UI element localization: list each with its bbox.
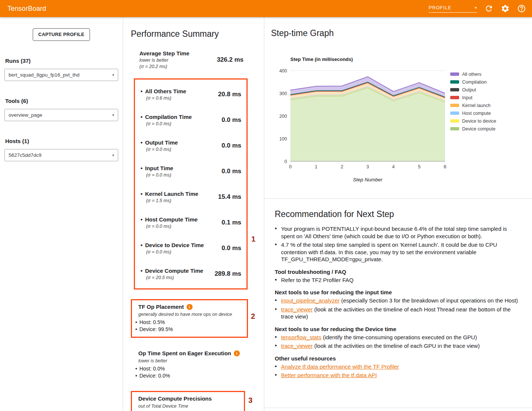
link-analyze-tfdata-performance[interactable]: Analyze tf.data performance with the TF … — [281, 363, 399, 370]
chart-legend: All others Compilation Output Input Kern… — [450, 70, 496, 133]
info-icon[interactable]: i — [187, 304, 193, 310]
input-tools-heading: Next tools to use for reducing the input… — [275, 289, 522, 295]
bullet: • — [275, 363, 281, 370]
svg-text:1: 1 — [315, 164, 317, 169]
bullet: • — [275, 225, 281, 240]
tools-select-value: overview_page — [9, 112, 42, 118]
hosts-select[interactable]: 5627c5dd7dc9 ▾ — [4, 149, 118, 161]
metric-label: All Others Time — [145, 88, 186, 94]
annotation-box-step-breakdown: •All Others Time (σ = 0.6 ms) 20.8 ms •C… — [134, 78, 248, 289]
metric-value: 20.8 ms — [218, 91, 241, 98]
annotation-number-3: 3 — [248, 396, 252, 405]
reload-icon[interactable] — [484, 4, 493, 13]
performance-summary-title: Performance Summary — [131, 29, 264, 39]
metric-sigma: (σ = 0.0 ms) — [146, 249, 204, 255]
legend-swatch — [450, 80, 459, 84]
metric-label: Device to Device Time — [145, 242, 204, 248]
performance-summary-panel: Performance Summary Average Step Time lo… — [123, 17, 264, 411]
capture-profile-button[interactable]: CAPTURE PROFILE — [33, 28, 90, 41]
legend-swatch — [450, 96, 459, 99]
bullet: • — [135, 372, 137, 379]
hosts-field: Hosts (1) 5627c5dd7dc9 ▾ — [4, 138, 118, 161]
bullet: • — [275, 241, 281, 263]
chevron-down-icon: ▾ — [112, 73, 114, 77]
section-note: out of Total Device Time — [138, 403, 240, 409]
metric-row: •Compilation Time (σ = 0.0 ms) 0.0 ms — [135, 107, 246, 133]
metric-label: Input Time — [145, 165, 173, 171]
bullet: • — [141, 242, 142, 248]
metric-value: 326.2 ms — [217, 56, 244, 64]
tools-label: Tools (6) — [5, 98, 118, 104]
x-axis-label: Step Number — [290, 177, 445, 182]
dashboard-selector[interactable]: PROFILE ▾ — [429, 5, 477, 13]
link-input-pipeline-analyzer[interactable]: input_pipeline_analyzer — [281, 297, 340, 304]
info-icon[interactable]: i — [234, 350, 240, 356]
right-panel: Step-time Graph Step Time (in millisecon… — [264, 17, 532, 411]
metric-row: •Device to Device Time (σ = 0.0 ms) 0.0 … — [135, 235, 246, 261]
tools-field: Tools (6) overview_page ▾ — [4, 98, 118, 121]
metric-label: Device Compute Time — [145, 268, 203, 274]
help-icon[interactable] — [517, 4, 526, 13]
step-time-chart[interactable]: 01002003004000123456 — [274, 65, 449, 171]
metric-sigma: (σ = 0.0 ms) — [146, 172, 173, 178]
bullet: • — [141, 88, 142, 94]
metric-row: •Kernel Launch Time (σ = 1.5 ms) 15.4 ms — [135, 184, 246, 210]
annotation-box-precisions: Device Compute Precisions out of Total D… — [131, 391, 245, 411]
bullet: • — [275, 334, 281, 341]
faq-heading: Tool troubleshooting / FAQ — [275, 269, 522, 275]
metric-value: 289.8 ms — [215, 270, 241, 278]
step-time-graph-card: Step-time Graph Step Time (in millisecon… — [264, 17, 532, 199]
metric-value: 0.0 ms — [222, 142, 241, 149]
svg-text:2: 2 — [341, 164, 343, 169]
list-item: •trace_viewer (look at the activities on… — [275, 306, 522, 320]
bullet: • — [141, 165, 142, 171]
list-item: •Analyze tf.data performance with the TF… — [275, 363, 522, 370]
svg-text:0: 0 — [284, 159, 287, 164]
metric-value: 0.0 ms — [222, 168, 241, 175]
legend-item: Output — [450, 86, 496, 94]
section-note: generally desired to have more ops on de… — [138, 311, 243, 317]
metric-value: 0.0 ms — [222, 245, 241, 252]
metric-label: Kernel Launch Time — [145, 191, 198, 197]
card-divider — [264, 408, 532, 408]
metric-sigma: (σ = 1.5 ms) — [146, 198, 198, 203]
svg-text:3: 3 — [367, 164, 369, 169]
dashboard-selector-value: PROFILE — [429, 5, 451, 10]
svg-text:6: 6 — [444, 164, 446, 169]
link-better-performance-tfdata-api[interactable]: Better performance with the tf.data API — [281, 372, 377, 378]
runs-select[interactable]: bert_squad_8gpu_fp16_pvt_thd ▾ — [4, 69, 118, 81]
chevron-down-icon: ▾ — [475, 6, 477, 10]
link-trace-viewer[interactable]: trace_viewer — [281, 306, 313, 313]
topbar-actions: PROFILE ▾ — [429, 4, 526, 13]
settings-gear-icon[interactable] — [501, 4, 510, 13]
metric-label: Host Compute Time — [145, 216, 197, 223]
legend-item: Host compute — [450, 109, 496, 117]
legend-item: Compilation — [450, 78, 496, 86]
list-item: •Device: 0.0% — [135, 372, 248, 379]
legend-swatch — [450, 104, 459, 107]
bullet: • — [135, 326, 137, 333]
list-item: •4.7 % of the total step time sampled is… — [275, 241, 522, 263]
runs-label: Runs (37) — [5, 58, 118, 64]
metric-sigma: (σ = 20.5 ms) — [146, 275, 203, 280]
annotation-box-tf-op-placement: TF Op Placementi generally desired to ha… — [131, 299, 248, 338]
metric-row: •Output Time (σ = 0.0 ms) 0.0 ms — [135, 133, 246, 158]
link-tensorflow-stats[interactable]: tensorflow_stats — [281, 334, 321, 340]
link-trace-viewer[interactable]: trace_viewer — [281, 343, 313, 349]
svg-text:0: 0 — [289, 164, 292, 169]
resources-heading: Other useful resources — [275, 355, 522, 362]
list-item: •Host: 0.5% — [135, 319, 243, 326]
list-item: •Better performance with the tf.data API — [275, 372, 522, 379]
sidebar: CAPTURE PROFILE Runs (37) bert_squad_8gp… — [0, 17, 123, 411]
metric-label: Average Step Time — [139, 50, 189, 57]
list-item: •trace_viewer (look at the activities on… — [275, 342, 522, 350]
recommendation-title: Recommendation for Next Step — [275, 209, 522, 219]
metric-value: 15.4 ms — [218, 193, 241, 201]
list-item: •Device: 99.5% — [135, 326, 243, 333]
topbar: TensorBoard PROFILE ▾ — [0, 0, 532, 17]
bullet: • — [141, 268, 142, 274]
legend-swatch — [450, 111, 459, 115]
legend-item: Device compute — [450, 125, 496, 133]
tools-select[interactable]: overview_page ▾ — [4, 109, 118, 121]
metric-sigma: (σ = 0.0 ms) — [146, 147, 178, 152]
